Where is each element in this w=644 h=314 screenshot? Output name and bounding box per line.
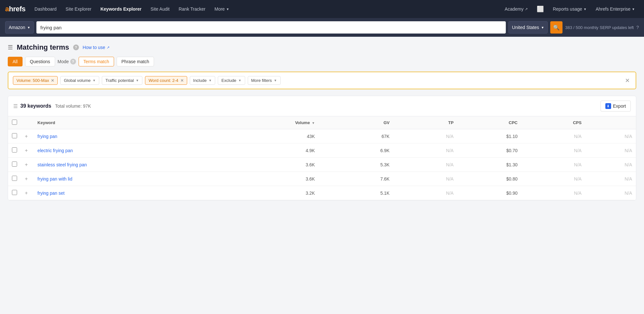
row-add-button[interactable]: + xyxy=(25,190,28,196)
col-volume-header[interactable]: Volume ▼ xyxy=(223,116,319,129)
search-input-wrap xyxy=(36,21,506,34)
exclude-filter[interactable]: Exclude ▼ xyxy=(218,76,245,85)
row-volume: 3.2K xyxy=(223,186,319,200)
country-selector[interactable]: United States ▼ xyxy=(508,21,548,34)
row-keyword-cell: frying pan with lid xyxy=(34,172,223,186)
nav-academy[interactable]: Academy ↗ xyxy=(501,4,532,14)
include-filter[interactable]: Include ▼ xyxy=(190,76,216,85)
row-add-button[interactable]: + xyxy=(25,162,28,167)
row-extra: N/A xyxy=(585,158,636,172)
row-checkbox[interactable] xyxy=(12,190,17,195)
row-add-button[interactable]: + xyxy=(25,133,28,139)
volume-filter[interactable]: Volume: 500-Max ✕ xyxy=(13,76,58,85)
row-cpc: $0.80 xyxy=(457,172,522,186)
mode-label-group: Mode ? xyxy=(58,59,76,64)
table-row: + stainless steel frying pan 3.6K 5.3K N… xyxy=(8,158,636,172)
traffic-potential-arrow: ▼ xyxy=(136,79,139,82)
row-add-cell: + xyxy=(21,186,34,200)
row-checkbox-cell xyxy=(8,172,21,186)
nav-monitor[interactable]: ⬜ xyxy=(533,3,548,15)
clear-all-filters-button[interactable]: ✕ xyxy=(624,77,631,84)
row-add-cell: + xyxy=(21,143,34,158)
serp-updates-info: 383 / 500 monthly SERP updates left xyxy=(565,25,634,30)
external-link-icon: ↗ xyxy=(525,7,528,11)
table-columns-header: Keyword Volume ▼ GV TP CPC CPS xyxy=(8,116,636,129)
row-add-cell: + xyxy=(21,158,34,172)
col-tp-header[interactable]: TP xyxy=(393,116,457,129)
nav-right-section: Academy ↗ ⬜ Reports usage ▼ Ahrefs Enter… xyxy=(501,3,639,15)
keyword-link[interactable]: frying pan xyxy=(37,134,57,139)
col-keyword-header: Keyword xyxy=(34,116,223,129)
row-checkbox-cell xyxy=(8,158,21,172)
row-checkbox[interactable] xyxy=(12,133,17,138)
row-gv: 6.9K xyxy=(319,143,393,158)
serp-info-help[interactable]: ? xyxy=(636,25,639,30)
keyword-link[interactable]: electric frying pan xyxy=(37,148,73,153)
row-checkbox-cell xyxy=(8,186,21,200)
row-tp: N/A xyxy=(393,158,457,172)
row-add-cell: + xyxy=(21,172,34,186)
engine-selector[interactable]: Amazon ▼ xyxy=(5,21,34,34)
row-cpc: $0.70 xyxy=(457,143,522,158)
row-cps: N/A xyxy=(522,186,586,200)
nav-dashboard[interactable]: Dashboard xyxy=(31,4,61,14)
select-all-checkbox[interactable] xyxy=(12,120,17,125)
nav-reports-usage[interactable]: Reports usage ▼ xyxy=(549,4,591,14)
row-gv: 67K xyxy=(319,129,393,143)
row-tp: N/A xyxy=(393,143,457,158)
keyword-link[interactable]: frying pan with lid xyxy=(37,176,72,182)
search-input[interactable] xyxy=(40,25,502,30)
tab-questions[interactable]: Questions xyxy=(25,57,55,66)
row-cpc: $1.10 xyxy=(457,129,522,143)
row-add-button[interactable]: + xyxy=(25,148,28,153)
row-checkbox[interactable] xyxy=(12,176,17,181)
keywords-table-wrap: ☰ 39 keywords Total volume: 97K ⬇ Export… xyxy=(8,96,636,201)
more-dropdown-arrow: ▼ xyxy=(226,7,229,11)
row-checkbox[interactable] xyxy=(12,147,17,152)
nav-enterprise[interactable]: Ahrefs Enterprise ▼ xyxy=(592,4,639,14)
col-cps-header[interactable]: CPS xyxy=(522,116,586,129)
more-filters[interactable]: More filters ▼ xyxy=(248,76,281,85)
row-cps: N/A xyxy=(522,143,586,158)
word-count-filter[interactable]: Word count: 2-4 ✕ xyxy=(145,76,187,85)
sidebar-toggle-icon[interactable]: ☰ xyxy=(8,44,13,51)
tab-phrase-match[interactable]: Phrase match xyxy=(117,57,154,66)
engine-dropdown-arrow: ▼ xyxy=(27,26,30,29)
col-extra-header xyxy=(585,116,636,129)
word-count-filter-clear[interactable]: ✕ xyxy=(180,78,184,83)
table-row: + frying pan set 3.2K 5.1K N/A $0.90 N/A… xyxy=(8,186,636,200)
tab-terms-match[interactable]: Terms match xyxy=(79,57,114,66)
total-volume: Total volume: 97K xyxy=(55,103,91,109)
table-row: + frying pan with lid 3.6K 7.6K N/A $0.8… xyxy=(8,172,636,186)
row-extra: N/A xyxy=(585,186,636,200)
search-icon: 🔍 xyxy=(553,25,560,31)
search-button[interactable]: 🔍 xyxy=(550,21,562,34)
nav-site-audit[interactable]: Site Audit xyxy=(147,4,173,14)
row-add-button[interactable]: + xyxy=(25,176,28,182)
filters-row: Volume: 500-Max ✕ Global volume ▼ Traffi… xyxy=(8,72,636,89)
export-button[interactable]: ⬇ Export xyxy=(601,101,631,112)
nav-site-explorer[interactable]: Site Explorer xyxy=(62,4,95,14)
global-volume-filter[interactable]: Global volume ▼ xyxy=(60,76,99,85)
traffic-potential-filter[interactable]: Traffic potential ▼ xyxy=(102,76,142,85)
row-checkbox[interactable] xyxy=(12,162,17,167)
row-checkbox-cell xyxy=(8,143,21,158)
tab-all[interactable]: All xyxy=(8,57,23,66)
col-gv-header[interactable]: GV xyxy=(319,116,393,129)
how-to-use-link[interactable]: How to use ↗ xyxy=(83,45,110,50)
col-cpc-header[interactable]: CPC xyxy=(457,116,522,129)
row-keyword-cell: frying pan set xyxy=(34,186,223,200)
keyword-link[interactable]: stainless steel frying pan xyxy=(37,162,87,167)
volume-filter-clear[interactable]: ✕ xyxy=(51,78,54,83)
page-help-icon[interactable]: ? xyxy=(73,44,79,50)
keyword-link[interactable]: frying pan set xyxy=(37,191,64,196)
table-menu-icon[interactable]: ☰ xyxy=(13,103,18,109)
nav-keywords-explorer[interactable]: Keywords Explorer xyxy=(97,4,146,14)
enterprise-dropdown-arrow: ▼ xyxy=(632,7,635,11)
nav-rank-tracker[interactable]: Rank Tracker xyxy=(175,4,209,14)
logo[interactable]: ahrefs xyxy=(5,5,25,13)
global-volume-arrow: ▼ xyxy=(92,79,96,82)
table-row: + frying pan 43K 67K N/A $1.10 N/A N/A xyxy=(8,129,636,143)
mode-help-icon[interactable]: ? xyxy=(70,59,76,64)
nav-more[interactable]: More ▼ xyxy=(211,4,233,14)
